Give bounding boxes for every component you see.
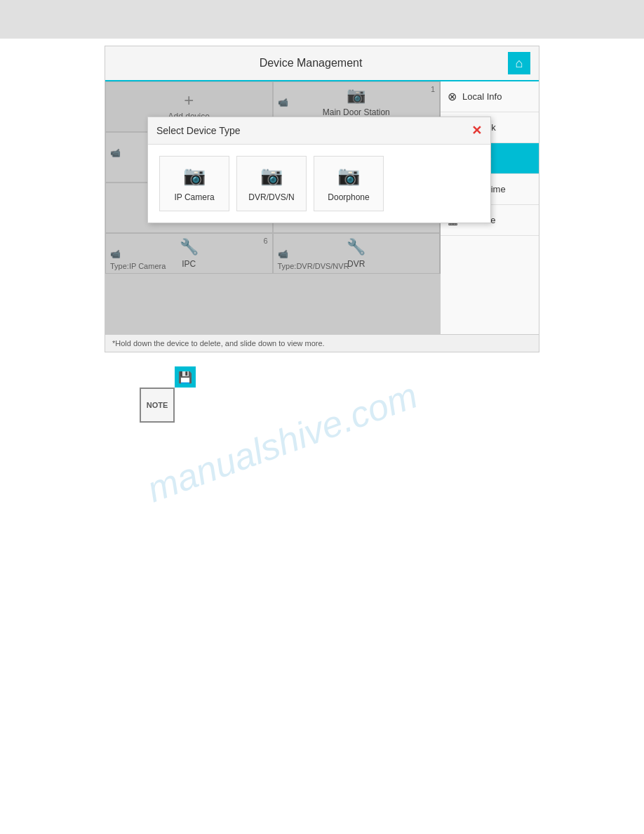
home-button[interactable]: ⌂ [508, 52, 530, 74]
top-bar [0, 0, 644, 39]
device-type-ip-camera[interactable]: 📷 IP Camera [159, 156, 229, 211]
device-type-doorphone[interactable]: 📷 Doorphone [314, 156, 384, 211]
window-title: Device Management [114, 57, 508, 70]
sidebar-label-local-info: Local Info [462, 91, 502, 102]
dialog-body: 📷 IP Camera 📷 DVR/DVS/N 📷 Doorphone [148, 145, 490, 223]
content-area: + Add device 1 📹 📷 Main Door Station(D S… [105, 81, 539, 334]
dialog-header: Select Device Type ✕ [148, 117, 490, 145]
dvr-label: DVR/DVS/N [248, 192, 294, 202]
save-icon: 💾 [175, 366, 196, 388]
ip-camera-label: IP Camera [174, 192, 214, 202]
note-icon-container: NOTE [140, 388, 175, 423]
note-icon-label: NOTE [147, 401, 168, 409]
device-type-dvr[interactable]: 📷 DVR/DVS/N [236, 156, 307, 211]
note-bar-text: *Hold down the device to delete, and sli… [112, 339, 325, 348]
dialog-title: Select Device Type [156, 125, 241, 136]
doorphone-icon: 📷 [337, 165, 360, 187]
device-management-window: Device Management ⌂ + Add device 1 📹 [105, 46, 539, 352]
doorphone-label: Doorphone [328, 192, 369, 202]
note-bar: *Hold down the device to delete, and sli… [105, 334, 539, 352]
note-icon: NOTE [140, 388, 175, 423]
lower-section: 💾 NOTE [105, 366, 539, 380]
save-icon-container: 💾 [175, 366, 196, 388]
ip-camera-icon: 📷 [183, 165, 206, 187]
title-bar: Device Management ⌂ [105, 46, 539, 81]
local-info-icon: ⊗ [448, 90, 457, 103]
dialog-close-button[interactable]: ✕ [471, 123, 482, 138]
dvr-icon: 📷 [260, 165, 283, 187]
sidebar-item-local-info[interactable]: ⊗ Local Info [441, 81, 539, 112]
select-device-type-dialog: Select Device Type ✕ 📷 IP Camera 📷 DVR/D… [147, 117, 491, 223]
watermark: manualshive.com [142, 374, 423, 511]
